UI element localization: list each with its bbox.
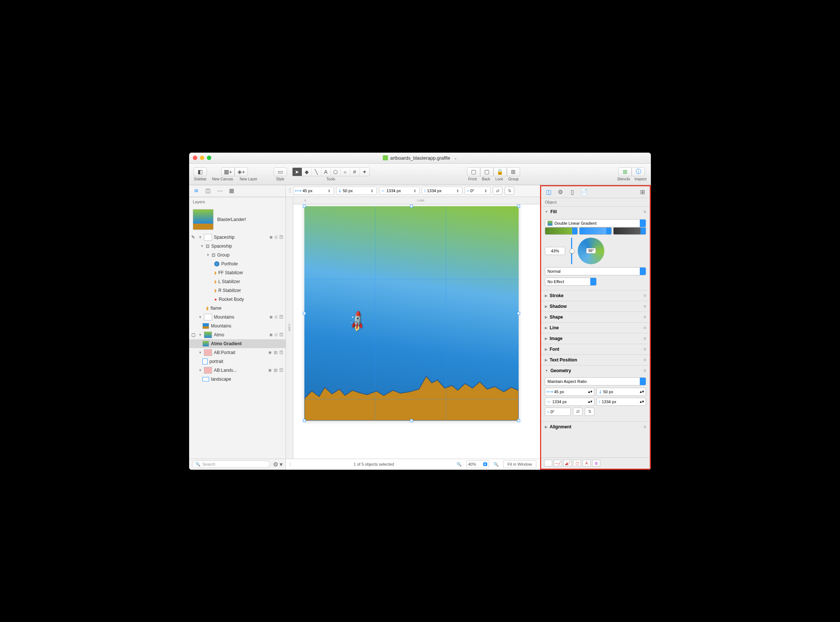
pen-tool-icon[interactable]: ⬠ [331, 168, 341, 176]
outline-tab-icon[interactable]: ⋯ [216, 188, 223, 194]
shadow-section-header[interactable]: ▶Shadow≡ [541, 301, 650, 311]
line-section-header[interactable]: ▶Line≡ [541, 323, 650, 333]
layer-item[interactable]: ●Rocket Body [189, 295, 286, 304]
blend-select[interactable]: Normal [545, 267, 646, 275]
geo-y-field[interactable]: ⤓50 px▴▾ [597, 388, 646, 396]
style-well-textpos[interactable]: ⊞ [592, 460, 600, 466]
image-section-header[interactable]: ▶Image≡ [541, 333, 650, 344]
geo-x-field[interactable]: ⟼45 px▴▾ [545, 388, 594, 396]
artboard-tool-icon[interactable]: # [350, 168, 360, 176]
aspect-select[interactable]: Maintain Aspect Ratio [545, 377, 646, 386]
visibility-icon[interactable]: ◉ [269, 235, 273, 239]
object-tab-icon[interactable]: ◫ [545, 188, 552, 195]
group-button[interactable]: ⊞ [507, 168, 520, 176]
print-icon[interactable]: ⎙ [275, 235, 277, 239]
h-field[interactable]: ↕1334 px▴▾ [422, 187, 463, 195]
layer-atmo[interactable]: ▢▼ Atmo ◉⎙⚿ [189, 331, 286, 339]
layer-ab-portrait[interactable]: ▼ AB:Portrait ◉▨⚿ [189, 348, 286, 357]
canvas-tab-icon[interactable]: ▯ [569, 188, 576, 195]
style-well-shape[interactable]: ▢ [573, 460, 581, 466]
angle-field[interactable]: ○0°▴▾ [465, 187, 490, 195]
zoom-in-icon[interactable]: 🔍 [493, 462, 499, 467]
layer-mountains[interactable]: ▼ Mountains ◉⎙⚿ [189, 313, 286, 322]
fill-section-header[interactable]: ▼Fill≡ [541, 207, 650, 217]
layer-ab-landscape[interactable]: ▼ AB:Lands... ◉▨⚿ [189, 366, 286, 375]
fit-button[interactable]: Fit in Window [503, 460, 536, 468]
layer-item[interactable]: landscape [189, 375, 286, 384]
gradient-pct[interactable]: 43% [545, 247, 565, 255]
layer-item[interactable]: Mountains [189, 322, 286, 331]
canvas[interactable]: 🚀 [304, 206, 519, 421]
layer-spaceship[interactable]: ✎▼ Spaceship ◉⎙⚿ [189, 233, 286, 242]
selection-tab-icon[interactable]: ▦ [228, 188, 235, 194]
style-well-shadow[interactable]: ◢╱ [563, 460, 571, 466]
flip-v-button[interactable]: ⇅ [585, 408, 594, 416]
document-tab-icon[interactable]: 📄 [580, 188, 588, 195]
flip-v-button[interactable]: ⇅ [505, 187, 514, 195]
geometry-section-header[interactable]: ▼Geometry≡ [541, 366, 650, 376]
document-title[interactable]: artboards_blasterapp.graffle [383, 155, 457, 161]
layer-item[interactable]: ◗R Stabilizer [189, 286, 286, 295]
x-field[interactable]: ⟼45 px▴▾ [293, 187, 334, 195]
stroke-section-header[interactable]: ▶Stroke≡ [541, 291, 650, 301]
layer-item[interactable]: Porthole [189, 259, 286, 268]
flip-h-button[interactable]: ⇄ [573, 408, 583, 416]
alignment-section-header[interactable]: ▶Alignment≡ [541, 422, 650, 432]
canvas-row[interactable]: BlasterLander! [189, 206, 286, 233]
geo-angle-field[interactable]: ○0° [545, 408, 571, 416]
font-section-header[interactable]: ▶Font≡ [541, 344, 650, 354]
guides-tab-icon[interactable]: ◫ [205, 188, 211, 194]
gear-icon[interactable]: ⚙ ▾ [273, 461, 283, 468]
layers-tab-icon[interactable]: ≋ [193, 188, 199, 194]
hamburger-icon[interactable]: ≡ [644, 209, 646, 214]
shape-section-header[interactable]: ▶Shape≡ [541, 312, 650, 322]
back-button[interactable]: ▢ [480, 168, 493, 176]
style-button[interactable]: ▭ [274, 168, 287, 176]
properties-tab-icon[interactable]: ⚙ [557, 188, 564, 195]
text-tool-icon[interactable]: A [321, 168, 331, 176]
search-input[interactable]: 🔍Search [192, 460, 270, 468]
lock-button[interactable]: 🔒 [493, 168, 507, 176]
layer-atmo-gradient[interactable]: Atmo Gradient [189, 339, 286, 348]
geo-w-field[interactable]: ↔1334 px▴▾ [545, 398, 594, 406]
point-tool-icon[interactable]: ⟐ [341, 168, 350, 176]
stamp-tool-icon[interactable]: ✦ [360, 168, 370, 176]
color-stop-b[interactable] [579, 227, 612, 235]
gradient-slider[interactable] [570, 238, 573, 264]
layer-item[interactable]: ◗FF Stabilizer [189, 268, 286, 277]
color-stop-a[interactable] [545, 227, 578, 235]
stencils-button[interactable]: ⊞ [618, 168, 632, 176]
color-stop-c[interactable] [613, 227, 646, 235]
flip-h-button[interactable]: ⇄ [493, 187, 502, 195]
fill-type-select[interactable]: Double Linear Gradient [545, 219, 646, 227]
front-button[interactable]: ▢ [467, 168, 480, 176]
layer-item[interactable]: ▼⊡Spaceship [189, 242, 286, 251]
zoom-select[interactable]: 40%▾ [466, 460, 489, 468]
sidebar-button[interactable]: ◧ [193, 168, 207, 176]
new-layer-button[interactable]: ◈+ [234, 168, 248, 176]
layer-item[interactable]: ◗L Stabilizer [189, 277, 286, 286]
style-well-text[interactable]: A [583, 460, 590, 466]
style-well-fill[interactable] [544, 460, 552, 466]
style-well-stroke[interactable]: —╱ [554, 460, 562, 466]
lock-icon[interactable]: ⚿ [279, 235, 283, 239]
close-icon[interactable] [193, 156, 197, 160]
new-canvas-button[interactable]: ▦+ [221, 168, 234, 176]
effect-select[interactable]: No Effect [545, 277, 597, 286]
grid-icon[interactable]: ⊞ [639, 188, 646, 195]
minimize-icon[interactable] [200, 156, 204, 160]
select-tool-icon[interactable]: ➤ [292, 168, 302, 176]
layer-item[interactable]: portrait [189, 357, 286, 366]
inspect-button[interactable]: ⓘ [632, 168, 645, 176]
w-field[interactable]: ↔1334 px▴▾ [379, 187, 420, 195]
geo-h-field[interactable]: ↕1334 px▴▾ [597, 398, 646, 406]
textpos-section-header[interactable]: ▶Text Position≡ [541, 355, 650, 365]
zoom-icon[interactable] [207, 156, 211, 160]
y-field[interactable]: ⤓50 px▴▾ [336, 187, 377, 195]
zoom-out-icon[interactable]: 🔍 [457, 462, 462, 467]
gradient-angle-wheel[interactable]: 98° [578, 238, 604, 264]
tool-segment[interactable]: ➤ ◆ ╲ A ⬠ ⟐ # ✦ [292, 168, 370, 176]
layer-item[interactable]: ▼⊡Group [189, 251, 286, 259]
line-tool-icon[interactable]: ╲ [312, 168, 321, 176]
shape-tool-icon[interactable]: ◆ [302, 168, 312, 176]
